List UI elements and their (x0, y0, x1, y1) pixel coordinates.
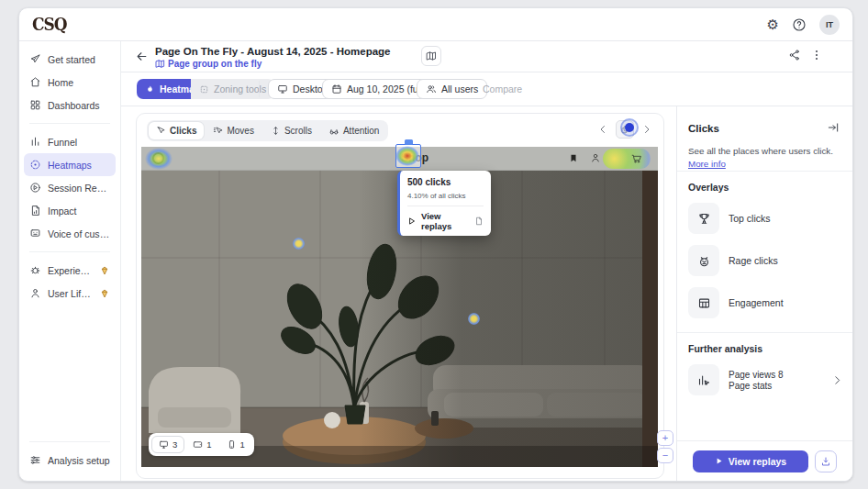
screen: CSQ ⚙ IT Get started Home Dashboards Fun… (0, 0, 868, 489)
sidebar-divider (29, 441, 110, 442)
bug-icon (29, 264, 41, 276)
more-info-link[interactable]: More info (688, 159, 726, 169)
more-options-icon[interactable] (810, 49, 823, 61)
overlay-label: Top clicks (729, 213, 771, 224)
tab-scrolls[interactable]: Scrolls (263, 122, 319, 139)
top-bar: CSQ ⚙ IT (19, 8, 852, 41)
zoom-out-button[interactable]: − (657, 448, 673, 463)
sidebar-item-label: Home (48, 77, 73, 88)
tab-label: Moves (227, 126, 253, 136)
avatar[interactable]: IT (819, 15, 840, 35)
sidebar-divider (29, 251, 110, 252)
selection-tag (405, 139, 413, 145)
download-button[interactable] (815, 450, 837, 472)
click-tooltip: 500 clicks 4.10% of all clicks View repl… (397, 171, 491, 236)
device-count-switcher: 3 1 1 (149, 433, 254, 456)
heatmap-blob-selected (395, 146, 419, 166)
page-group-link[interactable]: Page group on the fly (155, 59, 262, 69)
page-stats-item[interactable]: Page views 8 Page stats (688, 361, 843, 398)
back-arrow-icon[interactable] (135, 50, 149, 63)
funnel-chart-icon (29, 136, 41, 148)
tablet-count: 1 (206, 439, 211, 450)
page-stats-label: Page stats (729, 381, 783, 391)
share-icon[interactable] (788, 49, 801, 61)
device-count-tablet[interactable]: 1 (186, 437, 217, 452)
home-icon (29, 76, 41, 88)
tab-clicks[interactable]: Clicks (149, 122, 204, 139)
rocket-icon (29, 53, 41, 65)
sidebar-item-label: Experience Mo... (48, 265, 93, 276)
sidebar-item-user-lifecycle[interactable]: User Lifecycle (19, 282, 120, 305)
map-icon (426, 50, 437, 61)
onboarding-beacon[interactable] (620, 118, 639, 137)
collapse-panel-icon[interactable] (827, 121, 840, 134)
help-icon[interactable] (792, 17, 807, 32)
view-replays-button[interactable]: View replays (693, 450, 808, 472)
settings-gear-icon[interactable]: ⚙ (767, 17, 779, 33)
overlay-top-clicks[interactable]: Top clicks (688, 200, 843, 237)
site-account-icon (590, 152, 601, 163)
panel-description: See all the places where users click. Mo… (688, 145, 846, 170)
chevron-left-icon[interactable] (597, 124, 608, 135)
metric-tabbar: Clicks Moves Scrolls Attention (137, 114, 663, 147)
sidebar-item-label: Heatmaps (48, 160, 92, 171)
session-replay-icon (29, 182, 41, 194)
sidebar: Get started Home Dashboards Funnel Heatm… (19, 41, 121, 481)
page-screenshot-viewport[interactable]: Shop 500 clicks 4.10% of all clicks View… (141, 147, 658, 467)
zoom-in-button[interactable]: + (657, 430, 673, 446)
sidebar-item-label: Analysis setup (48, 455, 110, 466)
device-count-mobile[interactable]: 1 (220, 437, 251, 452)
premium-diamond-icon (99, 288, 110, 299)
scroll-arrows-icon (271, 126, 281, 136)
page-title: Page On The Fly - August 14, 2025 - Home… (155, 46, 390, 57)
chevron-right-icon[interactable] (641, 124, 652, 135)
sidebar-item-get-started[interactable]: Get started (19, 48, 120, 71)
sidebar-item-funnel[interactable]: Funnel (19, 130, 120, 153)
selected-element-highlight[interactable] (395, 144, 421, 168)
tooltip-clicks-share: 4.10% of all clicks (407, 192, 484, 200)
mobile-icon (227, 439, 237, 450)
sidebar-item-impact[interactable]: Impact (19, 199, 120, 222)
sidebar-item-session-replay[interactable]: Session Replay (19, 176, 120, 199)
sidebar-item-label: Session Replay (48, 183, 110, 194)
sidebar-item-heatmaps[interactable]: Heatmaps (24, 153, 116, 176)
overlays-heading: Overlays (688, 182, 729, 193)
page-views-count: Page views 8 (729, 370, 783, 380)
sidebar-item-home[interactable]: Home (19, 71, 120, 94)
sitemap-button[interactable] (421, 46, 441, 66)
overlay-label: Rage clicks (729, 255, 778, 266)
sidebar-item-analysis-setup[interactable]: Analysis setup (19, 449, 120, 472)
zoning-tools-button[interactable]: Zoning tools (191, 79, 274, 99)
tab-moves[interactable]: Moves (206, 122, 261, 139)
tab-attention[interactable]: Attention (321, 122, 386, 139)
sidebar-item-label: Funnel (48, 137, 77, 148)
device-count-desktop[interactable]: 3 (151, 436, 184, 453)
impact-doc-icon (29, 205, 41, 217)
heatmap-blob-logo (145, 148, 172, 170)
play-icon (407, 217, 417, 226)
sidebar-item-label: Voice of customer (48, 228, 110, 239)
tooltip-view-replays[interactable]: View replays (407, 206, 484, 231)
sidebar-item-label: Get started (48, 54, 95, 65)
overlay-engagement[interactable]: Engagement (688, 284, 843, 321)
user-lifecycle-icon (29, 287, 41, 299)
users-icon (426, 83, 437, 94)
further-analysis-heading: Further analysis (688, 343, 762, 354)
sidebar-item-label: Dashboards (48, 100, 100, 111)
sidebar-item-voice-of-customer[interactable]: Voice of customer (19, 222, 120, 245)
voice-of-customer-icon (29, 228, 41, 239)
trophy-icon (688, 203, 719, 234)
desktop-icon (159, 439, 169, 450)
compare-button[interactable]: Compare (483, 83, 522, 94)
sidebar-divider (29, 123, 110, 124)
mobile-count: 1 (240, 439, 245, 450)
audience-filter-button[interactable]: All users (417, 79, 487, 99)
page-stats-icon (688, 364, 719, 395)
sidebar-item-experience-monitoring[interactable]: Experience Mo... (19, 259, 120, 282)
table-grid-icon (688, 287, 719, 318)
click-cursor-icon (156, 126, 166, 136)
heatmap-workspace-card: Clicks Moves Scrolls Attention (136, 113, 664, 479)
sidebar-item-dashboards[interactable]: Dashboards (19, 94, 120, 117)
overlay-rage-clicks[interactable]: Rage clicks (688, 242, 843, 279)
page-header: Page On The Fly - August 14, 2025 - Home… (121, 41, 852, 72)
